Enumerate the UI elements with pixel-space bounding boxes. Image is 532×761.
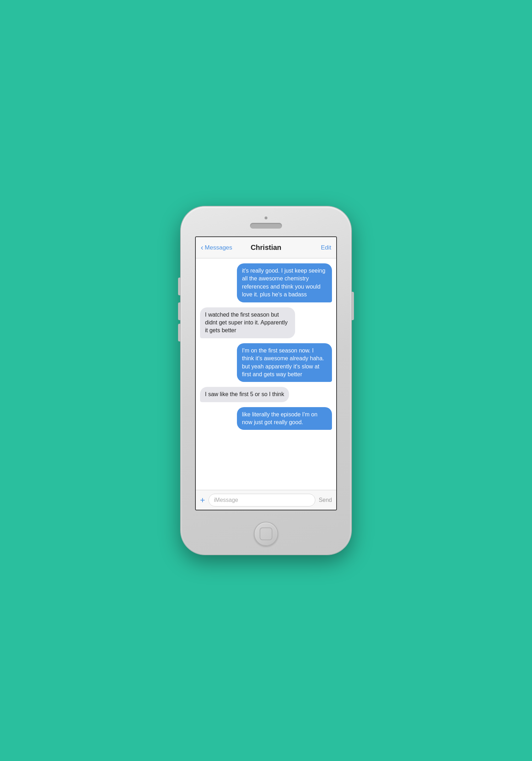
sent-bubble: it's really good. I just keep seeing all… (237, 263, 332, 302)
speaker (250, 223, 282, 229)
message-row: I watched the first season but didnt get… (200, 307, 332, 338)
nav-title: Christian (251, 243, 282, 252)
sent-bubble: I'm on the first season now. I think it'… (237, 343, 332, 382)
home-button-area (181, 518, 351, 554)
nav-back-label[interactable]: Messages (205, 244, 232, 251)
received-bubble: I watched the first season but didnt get… (200, 307, 295, 338)
nav-bar: ‹ Messages Christian Edit (196, 237, 336, 258)
chevron-left-icon: ‹ (201, 244, 203, 252)
message-area: it's really good. I just keep seeing all… (196, 258, 336, 490)
message-text: I saw like the first 5 or so I think (205, 391, 284, 397)
message-row: like literally the episode I'm on now ju… (200, 407, 332, 430)
message-text: like literally the episode I'm on now ju… (242, 411, 317, 425)
nav-back-button[interactable]: ‹ Messages (201, 244, 232, 252)
home-button-icon (260, 527, 272, 540)
message-text: it's really good. I just keep seeing all… (242, 268, 325, 297)
sent-bubble: like literally the episode I'm on now ju… (237, 407, 332, 430)
message-text: I'm on the first season now. I think it'… (242, 347, 324, 377)
nav-edit-button[interactable]: Edit (321, 244, 331, 251)
add-attachment-button[interactable]: + (200, 496, 205, 504)
phone-device: ‹ Messages Christian Edit it's really go… (181, 207, 351, 554)
message-row: it's really good. I just keep seeing all… (200, 263, 332, 302)
camera-icon (265, 217, 267, 219)
home-button[interactable] (254, 522, 278, 546)
phone-screen: ‹ Messages Christian Edit it's really go… (195, 236, 337, 510)
message-input[interactable]: iMessage (209, 494, 315, 507)
received-bubble: I saw like the first 5 or so I think (200, 387, 289, 402)
message-row: I saw like the first 5 or so I think (200, 387, 332, 402)
message-row: I'm on the first season now. I think it'… (200, 343, 332, 382)
message-text: I watched the first season but didnt get… (205, 312, 288, 334)
send-button[interactable]: Send (319, 497, 332, 503)
input-bar: + iMessage Send (196, 490, 336, 510)
phone-top (181, 207, 351, 229)
message-input-placeholder: iMessage (214, 497, 238, 503)
